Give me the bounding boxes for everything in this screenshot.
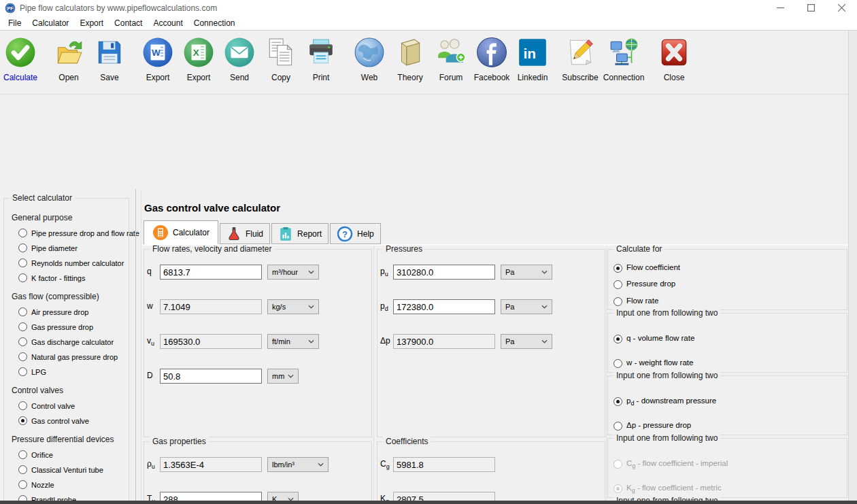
radio-icon: [18, 307, 27, 316]
radio-flow-rate[interactable]: Flow rate: [614, 297, 658, 307]
vertical-scrollbar[interactable]: [848, 31, 857, 501]
pu-label: pu: [380, 267, 393, 278]
q-input[interactable]: [160, 265, 262, 280]
rhou-input: [160, 457, 262, 472]
cg-input: [393, 457, 495, 472]
pd-input[interactable]: [393, 299, 495, 314]
toolbar-close[interactable]: Close: [648, 37, 700, 82]
tabpage-top-edge: [141, 244, 848, 246]
sidebar-title: Select calculator: [10, 193, 75, 203]
sidebar-group-pressure-differential: Pressure differential devices: [12, 435, 114, 444]
pu-input[interactable]: [393, 265, 495, 280]
flow-rates-groupbox: Flow rates, velocity and diameter q m³/h…: [144, 249, 372, 437]
d-unit-select[interactable]: mm: [267, 369, 299, 384]
main-panel: Gas control valve calculator Calculator …: [141, 189, 847, 504]
cg-label: Cg: [380, 459, 393, 470]
field-row: w kg/s: [147, 299, 319, 314]
sidebar-item-natural-gas-pressure-drop[interactable]: Natural gas pressure drop: [18, 352, 118, 361]
sidebar-item-nozzle[interactable]: Nozzle: [18, 480, 54, 489]
select-calculator-groupbox: Select calculator General purpose Pipe p…: [3, 198, 129, 504]
tab-label: Help: [357, 229, 374, 239]
facebook-icon: [476, 37, 507, 68]
w-unit-select[interactable]: kg/s: [267, 299, 319, 314]
minimize-button[interactable]: [765, 0, 796, 16]
input-coefficient-groupbox: Input one from following two Cg - flow c…: [607, 438, 847, 498]
radio-w-weight-flow-rate[interactable]: w - weight flow rate: [614, 358, 693, 369]
theory-book-icon: [394, 37, 426, 68]
radio-icon: [18, 322, 27, 331]
sidebar-item-gas-discharge-calculator[interactable]: Gas discharge calculator: [18, 337, 114, 346]
toolbar-save[interactable]: Save: [84, 37, 135, 82]
sidebar-item-pipe-pressure-drop-and-flow-rate[interactable]: Pipe pressure drop and flow rate: [18, 229, 139, 237]
title-bar: PF Pipe flow calculators by www.pipeflow…: [0, 0, 857, 16]
dp-unit-select[interactable]: Pa: [501, 334, 552, 349]
send-email-icon: [224, 37, 255, 68]
tab-report[interactable]: Report: [271, 223, 329, 244]
menu-connection[interactable]: Connection: [188, 18, 241, 28]
toolbar-print[interactable]: Print: [295, 37, 347, 82]
menu-calculator[interactable]: Calculator: [27, 18, 74, 28]
sidebar-splitter[interactable]: [135, 189, 136, 504]
sidebar-item-control-valve[interactable]: Control valve: [18, 401, 75, 410]
d-label: D: [147, 371, 160, 382]
radio-flow-coefficient[interactable]: Flow coefficient: [614, 263, 680, 273]
radio-pd-downstream-pressure[interactable]: pd - downstream pressure: [614, 397, 716, 407]
menu-account[interactable]: Account: [148, 18, 188, 28]
q-unit-select[interactable]: m³/hour: [267, 265, 319, 280]
svg-text:PF: PF: [7, 5, 14, 10]
vu-label: vu: [147, 336, 160, 347]
open-folder-icon: [53, 37, 84, 68]
radio-icon: [18, 243, 27, 252]
radio-q-volume-flow-rate[interactable]: q - volume flow rate: [614, 334, 694, 344]
dp-input: [393, 334, 495, 349]
menu-file[interactable]: File: [3, 18, 27, 28]
menu-contact[interactable]: Contact: [109, 18, 148, 28]
report-chart-icon: [278, 226, 293, 241]
calculate-icon: [5, 37, 36, 68]
chevron-down-icon: [541, 339, 548, 343]
sidebar-item-gas-pressure-drop[interactable]: Gas pressure drop: [18, 322, 93, 331]
radio-icon: [614, 280, 622, 289]
chevron-down-icon: [318, 463, 324, 467]
close-window-button[interactable]: [826, 0, 857, 16]
radio-icon: [18, 416, 27, 425]
vu-unit-select[interactable]: ft/min: [267, 334, 319, 349]
tab-help[interactable]: ? Help: [330, 223, 381, 244]
sidebar-item-pipe-diameter[interactable]: Pipe diameter: [18, 243, 78, 252]
menu-export[interactable]: Export: [74, 18, 109, 28]
radio-dp-pressure-drop[interactable]: Δp - pressure drop: [614, 421, 691, 431]
maximize-button[interactable]: [796, 0, 826, 16]
sidebar-item-k-factor-fittings[interactable]: K factor - fittings: [18, 273, 85, 282]
radio-icon: [614, 335, 622, 343]
radio-icon: [614, 397, 622, 406]
sidebar-item-classical-venturi-tube[interactable]: Classical Venturi tube: [18, 465, 103, 474]
radio-icon: [18, 337, 27, 346]
sidebar-item-reynolds-number-calculator[interactable]: Reynolds number calculator: [18, 258, 124, 267]
web-globe-icon: [354, 37, 385, 68]
window-title: Pipe flow calculators by www.pipeflowcal…: [20, 3, 217, 13]
rhou-unit-select[interactable]: lbm/in³: [267, 457, 329, 472]
radio-pressure-drop[interactable]: Pressure drop: [614, 280, 675, 290]
close-app-icon: [658, 37, 690, 68]
radio-kg-flow-coefficient-metric: Kg - flow coefficient - metric: [614, 484, 722, 494]
pu-unit-select[interactable]: Pa: [501, 265, 552, 280]
toolbar-connection[interactable]: Connection: [598, 37, 650, 82]
chevron-down-icon: [308, 339, 314, 343]
tab-calculator[interactable]: Calculator: [144, 220, 218, 244]
sidebar-item-lpg[interactable]: LPG: [18, 367, 46, 376]
radio-icon: [614, 359, 622, 368]
menu-bar: File Calculator Export Contact Account C…: [0, 16, 857, 31]
tab-fluid[interactable]: Fluid: [220, 223, 270, 244]
toolbar: Calculate Open Save W Export X Export Se…: [0, 31, 857, 95]
radio-icon: [614, 484, 622, 493]
sidebar-item-gas-control-valve[interactable]: Gas control valve: [18, 416, 89, 425]
sidebar-item-orifice[interactable]: Orifice: [18, 450, 53, 459]
sidebar-item-air-pressure-drop[interactable]: Air pressure drop: [18, 307, 88, 316]
connection-network-icon: [608, 37, 639, 68]
field-row: Δp Pa: [380, 334, 552, 349]
d-input[interactable]: [160, 369, 262, 384]
linkedin-icon: in: [517, 37, 548, 68]
toolbar-linkedin[interactable]: in Linkedin: [507, 37, 558, 82]
pd-unit-select[interactable]: Pa: [501, 299, 552, 314]
toolbar-calculate[interactable]: Calculate: [0, 37, 46, 82]
